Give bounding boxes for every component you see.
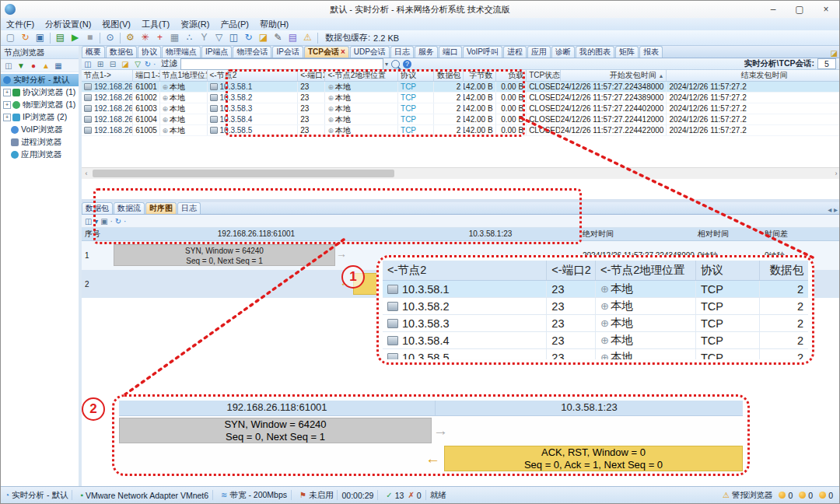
- menu-tools[interactable]: 工具(T): [136, 19, 175, 30]
- tab-close-icon[interactable]: ×: [341, 47, 345, 56]
- filter-input[interactable]: [180, 58, 383, 70]
- panel-pager-icons[interactable]: ◂ ▸: [824, 205, 840, 214]
- menu-analysis-settings[interactable]: 分析设置(N): [40, 19, 96, 30]
- tree-item-physical-explorer[interactable]: + 物理浏览器 (1): [1, 99, 79, 111]
- menu-view[interactable]: 视图(V): [96, 19, 136, 30]
- expand-all-icon[interactable]: ⊞: [94, 60, 107, 68]
- filter-funnel-icon[interactable]: ▽: [212, 31, 226, 44]
- tab-time-sequence[interactable]: 时序图: [145, 202, 177, 214]
- menu-products[interactable]: 产品(P): [215, 19, 254, 30]
- refresh-sequence-icon[interactable]: ↻ ·: [115, 217, 127, 226]
- tree-item-realtime-analysis[interactable]: 实时分析 - 默认: [1, 74, 79, 86]
- tabstrip-folder-icon[interactable]: ◪: [828, 49, 840, 58]
- export-node-icon[interactable]: ▦: [52, 61, 65, 70]
- tab-packets[interactable]: 数据包: [106, 46, 137, 58]
- chart-icon[interactable]: ◫: [226, 31, 241, 44]
- horizontal-scrollbar[interactable]: ‹ ›: [82, 167, 840, 179]
- adapter-icon[interactable]: ▤: [53, 31, 68, 44]
- copy-icon[interactable]: ▦: [167, 31, 182, 44]
- table-row[interactable]: 192.168.26.118 61003 ⊕本地 10.3.58.3 23 ⊕本…: [82, 103, 840, 114]
- diagnosis-icon[interactable]: ✳: [138, 31, 152, 44]
- col-start-time[interactable]: 开始发包时间 ▲: [561, 70, 667, 81]
- add-icon[interactable]: +: [152, 31, 167, 44]
- alarm-explorer-label[interactable]: 警报浏览器: [732, 490, 773, 501]
- tab-matrix[interactable]: 矩阵: [615, 46, 639, 58]
- col-packets[interactable]: 数据包: [434, 70, 464, 81]
- tab-packets-sub[interactable]: 数据包: [82, 202, 113, 214]
- tab-process[interactable]: 进程: [503, 46, 527, 58]
- col-port2[interactable]: <-端口2: [298, 70, 325, 81]
- tree-item-application-explorer[interactable]: 应用浏览器: [1, 149, 79, 161]
- expander-icon[interactable]: +: [3, 101, 11, 109]
- refresh-icon[interactable]: ↻ ·: [144, 60, 156, 68]
- col-end-time[interactable]: 结束发包时间: [667, 70, 840, 81]
- col-tcp-state[interactable]: TCP状态: [527, 70, 561, 81]
- report-icon[interactable]: ▤: [285, 31, 300, 44]
- edit-icon[interactable]: ✎: [271, 31, 285, 44]
- col-port1[interactable]: 端口1->: [133, 70, 159, 81]
- menu-help[interactable]: 帮助(H): [254, 19, 294, 30]
- tree-item-voip-explorer[interactable]: VoIP浏览器: [1, 124, 79, 136]
- tab-udp-conversation[interactable]: UDP会话: [350, 46, 390, 58]
- export-sequence-icon[interactable]: ◫ ▾: [85, 217, 98, 226]
- tab-physical-endpoint[interactable]: 物理端点: [162, 46, 201, 58]
- col-payload[interactable]: 负载: [496, 70, 527, 81]
- close-button[interactable]: ×: [813, 2, 839, 17]
- tree-item-process-explorer[interactable]: 进程浏览器: [1, 136, 79, 149]
- tab-tcp-conversation[interactable]: TCP会话×: [304, 46, 349, 58]
- tab-log-sub[interactable]: 日志: [177, 202, 201, 214]
- tab-my-charts[interactable]: 我的图表: [576, 46, 614, 58]
- add-node-icon[interactable]: ◫: [2, 61, 15, 70]
- col-node2-geo[interactable]: <-节点2地理位置: [325, 70, 398, 81]
- topology-icon[interactable]: ∴: [182, 31, 197, 44]
- gear-icon[interactable]: ⚙: [123, 31, 138, 44]
- sync-icon[interactable]: ↻: [241, 31, 256, 44]
- tab-physical-conversation[interactable]: 物理会话: [233, 46, 271, 58]
- collapse-all-icon[interactable]: ⊟: [107, 60, 119, 68]
- table-row[interactable]: 192.168.26.118 61005 ⊕本地 10.3.58.5 23 ⊕本…: [82, 125, 840, 136]
- syn-packet-box[interactable]: SYN, Window = 64240 Seq = 0, Next Seq = …: [114, 244, 335, 266]
- filter-node-icon[interactable]: ▼: [15, 61, 27, 70]
- help-icon[interactable]: ?: [403, 60, 411, 68]
- table-row[interactable]: 192.168.26.118 61001 ⊕本地 10.3.58.1 23 ⊕本…: [82, 82, 840, 93]
- tab-service[interactable]: 服务: [415, 46, 438, 58]
- tab-voip-call[interactable]: VoIP呼叫: [463, 46, 502, 58]
- maximize-button[interactable]: ▢: [786, 2, 813, 17]
- tab-ip-endpoint[interactable]: IP端点: [201, 46, 232, 58]
- col-protocol[interactable]: 协议: [398, 70, 434, 81]
- locate-icon[interactable]: ◪: [119, 60, 131, 68]
- tab-report[interactable]: 报表: [639, 46, 663, 58]
- col-node1[interactable]: 节点1->: [82, 70, 133, 81]
- table-row[interactable]: 192.168.26.118 61004 ⊕本地 10.3.58.4 23 ⊕本…: [82, 114, 840, 125]
- analysis-settings-icon[interactable]: ⊙: [103, 31, 117, 44]
- tree-item-ip-explorer[interactable]: + IP浏览器 (2): [1, 111, 79, 124]
- start-capture-icon[interactable]: ▶: [68, 31, 82, 44]
- tree-item-protocol-explorer[interactable]: + 协议浏览器 (1): [1, 86, 79, 99]
- tab-ip-conversation[interactable]: IP会话: [272, 46, 303, 58]
- tab-protocol[interactable]: 协议: [138, 46, 161, 58]
- col-node2[interactable]: <-节点2: [208, 70, 299, 81]
- locate-node-icon[interactable]: ●: [27, 61, 40, 70]
- tab-port[interactable]: 端口: [439, 46, 462, 58]
- menu-resources[interactable]: 资源(R): [175, 19, 215, 30]
- alarm-node-icon[interactable]: ▲: [40, 61, 52, 70]
- col-bytes[interactable]: 字节数: [464, 70, 495, 81]
- save-icon[interactable]: ▣: [33, 31, 47, 44]
- folder-icon[interactable]: ◪: [256, 31, 271, 44]
- tab-summary[interactable]: 概要: [82, 46, 105, 58]
- tab-data-flow[interactable]: 数据流: [114, 202, 145, 214]
- scroll-left-icon[interactable]: ‹: [82, 170, 91, 177]
- replay-icon[interactable]: ↻: [18, 31, 33, 44]
- tab-log[interactable]: 日志: [390, 46, 414, 58]
- tab-diagnosis[interactable]: 诊断: [551, 46, 575, 58]
- funnel-icon[interactable]: ▽: [131, 60, 144, 68]
- expander-icon[interactable]: +: [3, 89, 11, 96]
- filter-dropdown-icon[interactable]: ▾: [385, 61, 388, 68]
- save-sequence-icon[interactable]: ▣ ·: [100, 217, 113, 226]
- menu-file[interactable]: 文件(F): [1, 19, 40, 30]
- export-table-icon[interactable]: ◫: [82, 60, 94, 68]
- scroll-right-icon[interactable]: ›: [831, 170, 840, 177]
- tab-application[interactable]: 应用: [527, 46, 551, 58]
- new-icon[interactable]: ▢: [3, 31, 18, 44]
- table-row[interactable]: 192.168.26.118 61002 ⊕本地 10.3.58.2 23 ⊕本…: [82, 93, 840, 103]
